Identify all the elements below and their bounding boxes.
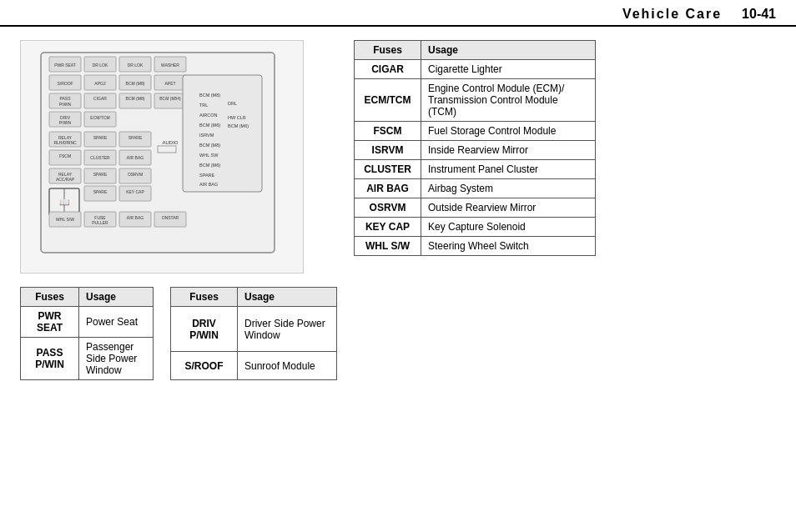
- svg-text:BCM (M54): BCM (M54): [159, 96, 181, 101]
- svg-text:WASHER: WASHER: [161, 63, 179, 68]
- left-bottom-table1: Fuses Usage PWR SEAT Power Seat PASS P/W…: [20, 287, 154, 380]
- svg-text:ACC/RAP: ACC/RAP: [56, 177, 75, 182]
- svg-text:WHL S/W: WHL S/W: [56, 217, 74, 222]
- fuse-cell: ISRVM: [355, 141, 421, 160]
- svg-text:AIR BAG: AIR BAG: [127, 155, 144, 160]
- svg-text:P/WIN: P/WIN: [59, 102, 72, 107]
- col-header-fuses-2: Fuses: [171, 288, 238, 307]
- table-row: PWR SEAT Power Seat: [21, 307, 154, 338]
- svg-text:SPARE: SPARE: [93, 189, 108, 194]
- svg-text:BCM (M8): BCM (M8): [126, 96, 145, 101]
- fuse-cell: KEY CAP: [355, 218, 421, 237]
- usage-cell: Driver Side Power Window: [238, 307, 337, 352]
- svg-text:DR LOK: DR LOK: [93, 63, 108, 68]
- table-row: DRIV P/WIN Driver Side Power Window: [171, 307, 337, 352]
- usage-cell: Power Seat: [79, 307, 154, 338]
- table-row: FSCM Fuel Storage Control Module: [355, 122, 596, 141]
- fuse-cell: PWR SEAT: [21, 307, 79, 338]
- svg-text:BCM (M8): BCM (M8): [199, 93, 220, 98]
- svg-rect-31: [183, 75, 262, 192]
- svg-text:SPARE: SPARE: [128, 135, 143, 140]
- svg-text:AIRCON: AIRCON: [199, 113, 217, 118]
- svg-text:CLUSTER: CLUSTER: [90, 155, 110, 160]
- table-row: S/ROOF Sunroof Module: [171, 352, 337, 380]
- fuse-cell: DRIV P/WIN: [171, 307, 238, 352]
- usage-cell: Outside Rearview Mirror: [421, 198, 596, 218]
- table-row: PASS P/WIN Passenger Side Power Window: [21, 338, 154, 380]
- table-row: CIGAR Cigarette Lighter: [355, 60, 596, 79]
- fuse-cell: S/ROOF: [171, 352, 238, 380]
- fuse-diagram: PWR SEAT DR LOK DR LOK WASHER S/ROOF APG…: [20, 40, 304, 274]
- svg-text:TRL: TRL: [199, 103, 208, 108]
- svg-text:DR LOK: DR LOK: [128, 63, 144, 68]
- fuse-cell: AIR BAG: [355, 179, 421, 198]
- fuse-box-svg: PWR SEAT DR LOK DR LOK WASHER S/ROOF APG…: [33, 48, 291, 265]
- usage-cell: Airbag System: [421, 179, 596, 198]
- svg-text:ONSTAR: ONSTAR: [162, 215, 179, 220]
- left-section: PWR SEAT DR LOK DR LOK WASHER S/ROOF APG…: [20, 40, 337, 380]
- table-row: WHL S/W Steering Wheel Switch: [355, 237, 596, 256]
- svg-text:BCM (M8): BCM (M8): [126, 81, 145, 86]
- svg-text:BCM (M6): BCM (M6): [199, 163, 220, 168]
- fuse-cell: CIGAR: [355, 60, 421, 79]
- svg-text:FSCM: FSCM: [59, 153, 71, 158]
- svg-text:KEY CAP: KEY CAP: [126, 189, 144, 194]
- usage-cell: Cigarette Lighter: [421, 60, 596, 79]
- usage-cell: Fuel Storage Control Module: [421, 122, 596, 141]
- header-page: 10-41: [742, 7, 776, 22]
- svg-text:DRL: DRL: [228, 101, 237, 106]
- svg-text:HW CLR: HW CLR: [228, 115, 246, 120]
- table-row: ECM/TCM Engine Control Module (ECM)/ Tra…: [355, 79, 596, 122]
- fuse-cell: ECM/TCM: [355, 79, 421, 122]
- svg-text:APG2: APG2: [94, 81, 106, 86]
- svg-text:PWR SEAT: PWR SEAT: [54, 63, 76, 68]
- svg-text:CIGAR: CIGAR: [93, 96, 107, 101]
- svg-text:BCM (M6): BCM (M6): [228, 123, 249, 128]
- usage-cell: Passenger Side Power Window: [79, 338, 154, 380]
- usage-cell: Key Capture Solenoid: [421, 218, 596, 237]
- content-area: PWR SEAT DR LOK DR LOK WASHER S/ROOF APG…: [0, 27, 796, 394]
- table-row: AIR BAG Airbag System: [355, 179, 596, 198]
- table-row: ISRVM Inside Rearview Mirror: [355, 141, 596, 160]
- svg-text:ISRVM: ISRVM: [199, 133, 214, 138]
- svg-text:AUDIO: AUDIO: [162, 140, 178, 145]
- svg-text:AIR BAG: AIR BAG: [127, 215, 144, 220]
- svg-text:BCM (M8): BCM (M8): [199, 143, 220, 148]
- svg-text:AIR BAG: AIR BAG: [199, 182, 218, 187]
- right-section: Fuses Usage CIGAR Cigarette Lighter ECM/…: [354, 40, 776, 380]
- svg-text:PASS: PASS: [60, 96, 72, 101]
- svg-text:APET: APET: [164, 81, 175, 86]
- right-col-header-fuses: Fuses: [355, 41, 421, 60]
- fuse-cell: WHL S/W: [355, 237, 421, 256]
- right-fuse-table: Fuses Usage CIGAR Cigarette Lighter ECM/…: [354, 40, 596, 256]
- svg-text:RLH/DRINC: RLH/DRINC: [53, 140, 77, 145]
- page-header: Vehicle Care 10-41: [0, 0, 796, 27]
- col-header-usage-2: Usage: [238, 288, 337, 307]
- svg-text:PULLER: PULLER: [92, 220, 108, 225]
- svg-text:WHL SW: WHL SW: [199, 153, 219, 158]
- svg-text:ECM/TCM: ECM/TCM: [90, 115, 109, 120]
- svg-text:BCM (M6): BCM (M6): [199, 123, 220, 128]
- usage-cell: Engine Control Module (ECM)/ Transmissio…: [421, 79, 596, 122]
- svg-text:P/WIN: P/WIN: [59, 120, 72, 125]
- right-col-header-usage: Usage: [421, 41, 596, 60]
- svg-text:SPARE: SPARE: [199, 173, 215, 178]
- fuse-cell: PASS P/WIN: [21, 338, 79, 380]
- left-bottom-table2: Fuses Usage DRIV P/WIN Driver Side Power…: [170, 287, 337, 380]
- svg-text:SPARE: SPARE: [93, 135, 108, 140]
- col-header-usage-1: Usage: [79, 288, 154, 307]
- usage-cell: Sunroof Module: [238, 352, 337, 380]
- usage-cell: Instrument Panel Cluster: [421, 160, 596, 179]
- fuse-cell: CLUSTER: [355, 160, 421, 179]
- svg-text:SPARE: SPARE: [93, 172, 108, 177]
- svg-text:📖: 📖: [59, 197, 70, 208]
- header-title: Vehicle Care: [622, 7, 722, 22]
- table-row: CLUSTER Instrument Panel Cluster: [355, 160, 596, 179]
- fuse-cell: OSRVM: [355, 198, 421, 218]
- bottom-tables: Fuses Usage PWR SEAT Power Seat PASS P/W…: [20, 287, 337, 380]
- table-row: KEY CAP Key Capture Solenoid: [355, 218, 596, 237]
- svg-text:S/ROOF: S/ROOF: [57, 81, 73, 86]
- svg-text:OSRVM: OSRVM: [128, 172, 143, 177]
- table-row: OSRVM Outside Rearview Mirror: [355, 198, 596, 218]
- usage-cell: Steering Wheel Switch: [421, 237, 596, 256]
